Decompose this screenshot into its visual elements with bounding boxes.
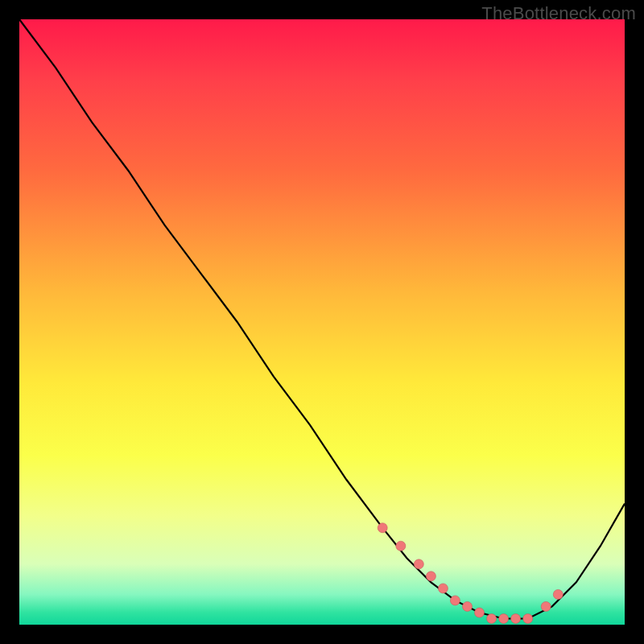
marker-dot (487, 614, 497, 624)
marker-dot (541, 601, 551, 611)
main-curve (19, 19, 625, 619)
marker-dot (553, 589, 563, 599)
marker-dot (499, 614, 509, 624)
marker-dots (378, 523, 563, 624)
marker-dot (438, 584, 448, 593)
marker-dot (511, 614, 521, 624)
marker-dot (450, 596, 460, 605)
marker-dot (475, 608, 485, 617)
marker-dot (523, 614, 533, 624)
marker-dot (414, 559, 423, 569)
marker-dot (426, 572, 436, 581)
marker-dot (396, 541, 406, 551)
marker-dot (378, 523, 387, 533)
curve-layer (19, 19, 625, 625)
marker-dot (463, 601, 473, 611)
